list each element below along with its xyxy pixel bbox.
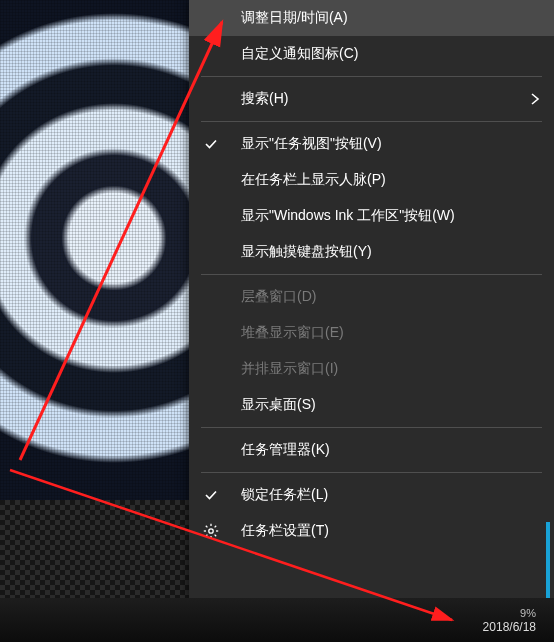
svg-line-8 — [206, 535, 208, 537]
menu-item-label: 任务管理器(K) — [241, 441, 330, 459]
desktop-wallpaper-pattern — [0, 500, 190, 600]
menu-item-label: 调整日期/时间(A) — [241, 9, 348, 27]
menu-item-label: 搜索(H) — [241, 90, 288, 108]
menu-item[interactable]: 显示触摸键盘按钮(Y) — [189, 234, 554, 270]
menu-item-label: 显示桌面(S) — [241, 396, 316, 414]
menu-item-label: 层叠窗口(D) — [241, 288, 316, 306]
menu-item[interactable]: 自定义通知图标(C) — [189, 36, 554, 72]
svg-point-0 — [209, 529, 213, 533]
menu-item: 堆叠显示窗口(E) — [189, 315, 554, 351]
taskbar-date: 2018/6/18 — [483, 620, 536, 634]
menu-item-label: 自定义通知图标(C) — [241, 45, 358, 63]
chevron-right-icon — [530, 93, 540, 105]
menu-separator — [201, 121, 542, 122]
menu-item-label: 并排显示窗口(I) — [241, 360, 338, 378]
svg-line-7 — [215, 526, 217, 528]
menu-separator — [201, 472, 542, 473]
menu-item-label: 显示"任务视图"按钮(V) — [241, 135, 382, 153]
check-icon — [204, 137, 218, 151]
menu-item[interactable]: 锁定任务栏(L) — [189, 477, 554, 513]
accent-bar — [546, 522, 550, 598]
taskbar-context-menu: 调整日期/时间(A)自定义通知图标(C)搜索(H)显示"任务视图"按钮(V)在任… — [189, 0, 554, 598]
check-icon — [204, 488, 218, 502]
menu-item-label: 锁定任务栏(L) — [241, 486, 328, 504]
menu-item-label: 在任务栏上显示人脉(P) — [241, 171, 386, 189]
menu-item: 并排显示窗口(I) — [189, 351, 554, 387]
gear-icon — [203, 523, 219, 539]
menu-item[interactable]: 调整日期/时间(A) — [189, 0, 554, 36]
menu-item-label: 任务栏设置(T) — [241, 522, 329, 540]
svg-line-6 — [215, 535, 217, 537]
menu-separator — [201, 427, 542, 428]
menu-item[interactable]: 搜索(H) — [189, 81, 554, 117]
svg-line-5 — [206, 526, 208, 528]
tray-top-text: 9% — [520, 606, 536, 620]
menu-item[interactable]: 任务管理器(K) — [189, 432, 554, 468]
menu-separator — [201, 76, 542, 77]
taskbar-clock[interactable]: 9% 2018/6/18 — [483, 606, 536, 634]
menu-separator — [201, 274, 542, 275]
menu-item-label: 显示触摸键盘按钮(Y) — [241, 243, 372, 261]
menu-item: 层叠窗口(D) — [189, 279, 554, 315]
menu-item-label: 堆叠显示窗口(E) — [241, 324, 344, 342]
menu-item-label: 显示"Windows Ink 工作区"按钮(W) — [241, 207, 455, 225]
menu-item[interactable]: 在任务栏上显示人脉(P) — [189, 162, 554, 198]
taskbar[interactable]: 9% 2018/6/18 — [0, 598, 554, 642]
menu-item[interactable]: 显示"Windows Ink 工作区"按钮(W) — [189, 198, 554, 234]
menu-item[interactable]: 显示"任务视图"按钮(V) — [189, 126, 554, 162]
menu-item[interactable]: 显示桌面(S) — [189, 387, 554, 423]
menu-item[interactable]: 任务栏设置(T) — [189, 513, 554, 549]
